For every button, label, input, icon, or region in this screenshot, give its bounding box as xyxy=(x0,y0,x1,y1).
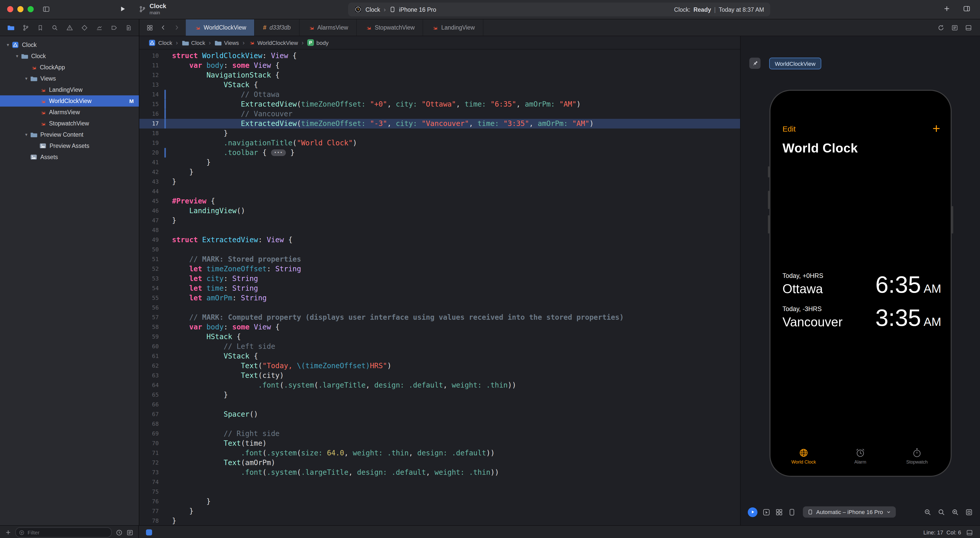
tab-stopwatchview[interactable]: StopwatchView xyxy=(357,19,423,36)
line-number[interactable]: 66 xyxy=(139,400,162,409)
library-add-icon[interactable] xyxy=(943,5,950,12)
code-line-50[interactable]: 50 xyxy=(139,245,740,254)
code-line-14[interactable]: 14 // Ottawa xyxy=(139,90,740,100)
line-number[interactable]: 76 xyxy=(139,497,162,506)
line-number[interactable]: 64 xyxy=(139,381,162,390)
line-number[interactable]: 13 xyxy=(139,80,162,90)
breadcrumb-clock[interactable]: Clock xyxy=(148,39,172,46)
line-number[interactable]: 52 xyxy=(139,264,162,274)
bookmarks-navigator-icon[interactable] xyxy=(37,24,43,31)
line-number[interactable]: 46 xyxy=(139,206,162,216)
variants-mode-icon[interactable] xyxy=(775,508,783,516)
pin-preview-button[interactable] xyxy=(749,58,760,69)
source-control-navigator-icon[interactable] xyxy=(22,24,29,31)
code-line-63[interactable]: 63 Text(city) xyxy=(139,371,740,381)
sidebar-item-clock[interactable]: ▾Clock xyxy=(0,51,139,62)
line-number[interactable]: 47 xyxy=(139,216,162,225)
sidebar-item-worldclockview[interactable]: WorldClockViewM xyxy=(0,95,139,106)
line-number[interactable]: 49 xyxy=(139,235,162,245)
tab-alarmsview[interactable]: AlarmsView xyxy=(299,19,357,36)
code-line-72[interactable]: 72 Text(amOrPm) xyxy=(139,458,740,468)
line-number[interactable]: 10 xyxy=(139,51,162,61)
line-number[interactable]: 63 xyxy=(139,371,162,381)
code-line-20[interactable]: 20 .toolbar { ••• } xyxy=(139,148,740,157)
find-navigator-icon[interactable] xyxy=(52,24,58,31)
code-fold-pill[interactable]: ••• xyxy=(271,149,286,156)
code-line-70[interactable]: 70 Text(time) xyxy=(139,438,740,448)
code-line-67[interactable]: 67 Spacer() xyxy=(139,409,740,419)
line-number[interactable]: 17 xyxy=(139,119,162,129)
line-number[interactable]: 75 xyxy=(139,487,162,497)
code-line-61[interactable]: 61 VStack { xyxy=(139,351,740,361)
code-line-42[interactable]: 42 } xyxy=(139,167,740,177)
line-number[interactable]: 50 xyxy=(139,245,162,254)
code-line-16[interactable]: 16 // Vancouver xyxy=(139,109,740,119)
line-number[interactable]: 71 xyxy=(139,448,162,458)
sidebar-item-clock[interactable]: ▾Clock xyxy=(0,39,139,51)
code-line-65[interactable]: 65 } xyxy=(139,390,740,400)
selectable-mode-icon[interactable] xyxy=(762,508,770,516)
sidebar-item-stopwatchview[interactable]: StopwatchView xyxy=(0,118,139,129)
code-line-48[interactable]: 48 xyxy=(139,225,740,235)
line-number[interactable]: 67 xyxy=(139,409,162,419)
debug-navigator-icon[interactable] xyxy=(96,24,103,31)
clock-row-ottawa[interactable]: Today, +0HRSOttawa6:35AM xyxy=(783,272,941,296)
tab-worldclockview[interactable]: WorldClockView xyxy=(186,19,255,36)
code-line-49[interactable]: 49struct ExtractedView: View { xyxy=(139,235,740,245)
line-number[interactable]: 61 xyxy=(139,351,162,361)
code-line-41[interactable]: 41 } xyxy=(139,157,740,167)
recent-files-icon[interactable] xyxy=(116,529,123,536)
device-settings-icon[interactable] xyxy=(788,508,796,516)
line-number[interactable]: 19 xyxy=(139,138,162,148)
code-line-54[interactable]: 54 let time: String xyxy=(139,284,740,293)
code-line-58[interactable]: 58 var body: some View { xyxy=(139,322,740,332)
code-line-53[interactable]: 53 let city: String xyxy=(139,274,740,284)
line-number[interactable]: 62 xyxy=(139,361,162,371)
breadcrumb-clock[interactable]: Clock xyxy=(181,39,205,46)
code-line-44[interactable]: 44 xyxy=(139,187,740,196)
tests-navigator-icon[interactable] xyxy=(81,24,88,31)
zoom-in-icon[interactable] xyxy=(951,508,959,516)
code-line-75[interactable]: 75 xyxy=(139,487,740,497)
add-clock-button[interactable]: + xyxy=(932,122,940,135)
code-line-78[interactable]: 78} xyxy=(139,516,740,525)
line-number[interactable]: 11 xyxy=(139,61,162,70)
back-icon[interactable] xyxy=(160,24,166,30)
line-number[interactable]: 55 xyxy=(139,293,162,303)
code-line-64[interactable]: 64 .font(.system(.largeTitle, design: .d… xyxy=(139,381,740,390)
project-branch-indicator[interactable]: Clock main xyxy=(139,3,166,15)
breakpoints-navigator-icon[interactable] xyxy=(111,24,118,31)
line-number[interactable]: 77 xyxy=(139,506,162,516)
toggle-navigator-icon[interactable] xyxy=(42,6,51,13)
sidebar-item-preview-assets[interactable]: Preview Assets xyxy=(0,140,139,151)
code-line-13[interactable]: 13 VStack { xyxy=(139,80,740,90)
line-number[interactable]: 58 xyxy=(139,322,162,332)
line-number[interactable]: 72 xyxy=(139,458,162,468)
editor-layout-icon[interactable] xyxy=(963,5,971,12)
preview-device-selector[interactable]: Automatic – iPhone 16 Pro xyxy=(803,506,896,517)
line-number[interactable]: 20 xyxy=(139,148,162,157)
line-number[interactable]: 48 xyxy=(139,225,162,235)
code-line-45[interactable]: 45#Preview { xyxy=(139,196,740,206)
code-line-55[interactable]: 55 let amOrPm: String xyxy=(139,293,740,303)
code-area[interactable]: 10struct WorldClockView: View {11 var bo… xyxy=(139,49,740,525)
line-number[interactable]: 60 xyxy=(139,342,162,351)
code-line-57[interactable]: 57 // MARK: Computed property (displays … xyxy=(139,313,740,322)
sidebar-item-assets[interactable]: Assets xyxy=(0,151,139,163)
breakpoints-toggle[interactable] xyxy=(146,529,152,535)
code-line-76[interactable]: 76 } xyxy=(139,497,740,506)
code-line-46[interactable]: 46 LandingView() xyxy=(139,206,740,216)
scm-filter-icon[interactable] xyxy=(127,529,133,536)
code-line-74[interactable]: 74 xyxy=(139,477,740,487)
code-line-68[interactable]: 68 xyxy=(139,419,740,429)
line-number[interactable]: 51 xyxy=(139,254,162,264)
disclosure-caret[interactable]: ▾ xyxy=(13,54,21,59)
add-file-icon[interactable] xyxy=(5,529,11,535)
related-items-icon[interactable] xyxy=(146,24,153,31)
line-number[interactable]: 59 xyxy=(139,332,162,342)
sidebar-item-views[interactable]: ▾Views xyxy=(0,73,139,84)
filter-input[interactable] xyxy=(27,529,108,536)
code-line-17[interactable]: 17 ExtractedView(timeZoneOffset: "-3", c… xyxy=(139,119,740,129)
filter-field[interactable] xyxy=(15,527,112,538)
code-line-51[interactable]: 51 // MARK: Stored properties xyxy=(139,254,740,264)
